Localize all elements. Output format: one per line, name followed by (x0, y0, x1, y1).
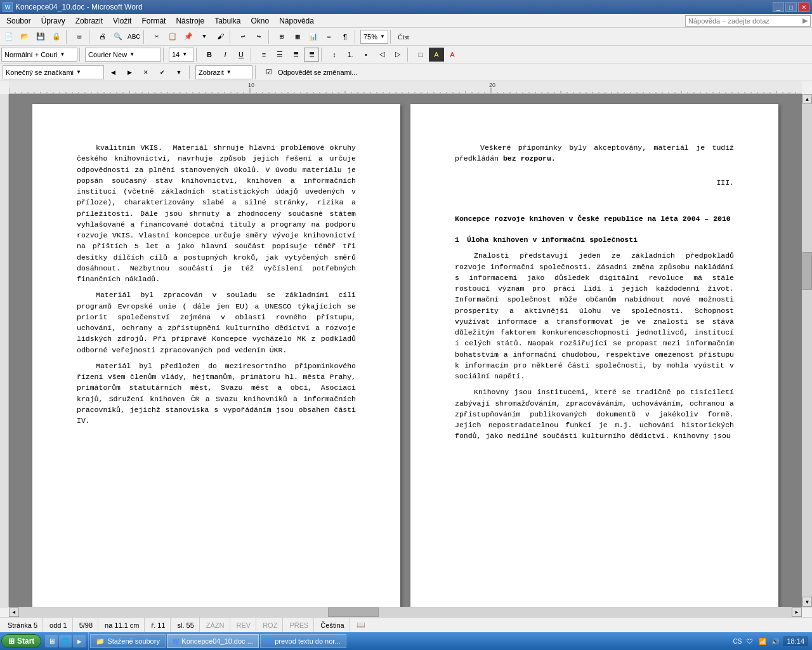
status-pres[interactable]: PŘES (284, 618, 314, 632)
increase-indent-button[interactable]: ▷ (390, 48, 405, 62)
taskbar-item-prevod[interactable]: W prevod textu do nor... (260, 634, 346, 648)
zoom-value: 75% (363, 33, 377, 41)
h-scroll-thumb[interactable] (328, 607, 379, 617)
document-area[interactable]: kvalitním VKIS. Materiál shrnuje hlavní … (9, 94, 802, 607)
title-bar-controls[interactable]: _ □ ✕ (773, 2, 809, 12)
line-spacing-button[interactable]: ↕ (327, 48, 342, 62)
help-search-box[interactable]: ▶ (685, 15, 811, 27)
show-section: Zobrazit ▼ (195, 65, 252, 79)
status-icon: 📖 (351, 618, 370, 632)
bullets-button[interactable]: • (358, 48, 374, 62)
menu-vlozit[interactable]: Vložit (108, 14, 136, 27)
maximize-button[interactable]: □ (785, 2, 797, 12)
open-button[interactable]: 📂 (17, 30, 32, 44)
italic-button[interactable]: I (218, 48, 233, 62)
bold-button[interactable]: B (202, 48, 217, 62)
tb3-btn4[interactable]: ✔ (155, 65, 170, 79)
spell-check-button[interactable]: ABC (126, 30, 141, 44)
help-go-icon[interactable]: ▶ (802, 17, 808, 25)
scroll-down-button[interactable]: ▼ (802, 597, 812, 607)
copy-button[interactable]: 📋 (165, 30, 180, 44)
decrease-indent-button[interactable]: ◁ (374, 48, 390, 62)
email-button[interactable]: ✉ (72, 30, 87, 44)
justify-button[interactable]: ≣ (304, 48, 319, 62)
close-button[interactable]: ✕ (798, 2, 809, 12)
scroll-track[interactable] (802, 104, 812, 597)
style-dropdown[interactable]: Normální + Couri ▼ (1, 48, 77, 62)
status-at-text: na 11.1 cm (105, 621, 139, 629)
horizontal-scrollbar[interactable]: ◄ ► (0, 607, 812, 617)
view-mode-dropdown[interactable]: Konečný se značkami ▼ (3, 65, 104, 79)
print-button[interactable]: 🖨 (95, 30, 110, 44)
toolbar-sep-2 (89, 30, 93, 44)
ql-desktop-icon[interactable]: 🖥 (45, 635, 58, 647)
status-roz[interactable]: ROZ (258, 618, 283, 632)
help-input[interactable] (688, 17, 802, 25)
menu-soubor[interactable]: Soubor (1, 14, 36, 27)
scroll-thumb[interactable] (802, 252, 812, 290)
scroll-up-button[interactable]: ▲ (802, 94, 812, 104)
menu-okno[interactable]: Okno (246, 14, 275, 27)
font-dropdown[interactable]: Courier New ▼ (85, 48, 161, 62)
menu-zobrazit[interactable]: Zobrazit (70, 14, 108, 27)
permission-button[interactable]: 🔒 (49, 30, 64, 44)
paste-button[interactable]: 📌 (181, 30, 196, 44)
size-dropdown[interactable]: 14 ▼ (169, 48, 194, 62)
fmt-sep-2 (163, 48, 167, 62)
drawing-button[interactable]: ✏ (322, 30, 337, 44)
status-zazn[interactable]: ZÁZN (201, 618, 230, 632)
taskbar-item-files[interactable]: 📁 Stažené soubory (90, 634, 166, 648)
minimize-button[interactable]: _ (773, 2, 784, 12)
tb3-btn5[interactable]: ▼ (171, 65, 187, 79)
numbering-button[interactable]: 1. (343, 48, 358, 62)
tb3-btn2[interactable]: ▶ (122, 65, 137, 79)
word-icon: W (3, 2, 13, 12)
font-color-button[interactable]: A (445, 48, 460, 62)
paragraph-marks-button[interactable]: ¶ (337, 30, 353, 44)
h-scroll-track[interactable] (19, 607, 792, 617)
undo-button[interactable]: ↩ (235, 30, 251, 44)
vertical-scrollbar[interactable]: ▲ ▼ (802, 94, 812, 607)
start-button[interactable]: ⊞ Start (1, 634, 41, 648)
menu-format[interactable]: Formát (136, 14, 171, 27)
ql-ie-icon[interactable]: 🌐 (59, 635, 72, 647)
insert-table-button[interactable]: ⊞ (274, 30, 289, 44)
horizontal-ruler (9, 81, 802, 94)
outside-border-button[interactable]: □ (413, 48, 428, 62)
menu-upravy[interactable]: Úpravy (36, 14, 70, 27)
tb3-sep2 (255, 65, 259, 79)
system-clock: 18:14 (783, 636, 808, 646)
insert-columns-button[interactable]: ▦ (290, 30, 305, 44)
left-page: kvalitním VKIS. Materiál shrnuje hlavní … (32, 104, 400, 607)
menu-tabulka[interactable]: Tabulka (209, 14, 246, 27)
title-bar-left: W Koncepce04_10.doc - Microsoft Word (3, 2, 143, 12)
insert-chart-button[interactable]: 📊 (306, 30, 321, 44)
align-center-button[interactable]: ☰ (272, 48, 287, 62)
highlight-button[interactable]: A (429, 48, 444, 62)
taskbar-item-koncepce[interactable]: W Koncepce04_10.doc ... (167, 634, 259, 648)
start-label: Start (17, 637, 34, 646)
status-rev[interactable]: REV (232, 618, 257, 632)
new-button[interactable]: 📄 (1, 30, 16, 44)
format-painter-button[interactable]: 🖌 (213, 30, 228, 44)
ql-media-icon[interactable]: ▶ (73, 635, 86, 647)
align-left-button[interactable]: ≡ (256, 48, 272, 62)
left-para-1: kvalitním VKIS. Materiál shrnuje hlavní … (77, 142, 356, 284)
help-button[interactable]: Číst (396, 30, 411, 44)
show-dropdown[interactable]: Zobrazit ▼ (195, 65, 252, 79)
print-preview-button[interactable]: 🔍 (110, 30, 126, 44)
align-right-button[interactable]: ≣ (288, 48, 303, 62)
underline-button[interactable]: U (233, 48, 249, 62)
redo-button[interactable]: ↪ (251, 30, 266, 44)
paste-special-button[interactable]: ▼ (197, 30, 212, 44)
h-scroll-left-button[interactable]: ◄ (9, 607, 19, 617)
tb3-btn1[interactable]: ◀ (105, 65, 121, 79)
h-scroll-right-button[interactable]: ► (792, 607, 802, 617)
zoom-dropdown[interactable]: 75% ▼ (360, 30, 388, 44)
save-button[interactable]: 💾 (33, 30, 48, 44)
tb3-btn3[interactable]: ✕ (138, 65, 154, 79)
tb3-checkbox[interactable]: ☑ (261, 65, 277, 79)
menu-napoveda[interactable]: Nápověda (274, 14, 319, 27)
cut-button[interactable]: ✂ (149, 30, 164, 44)
menu-nastroje[interactable]: Nástroje (171, 14, 209, 27)
